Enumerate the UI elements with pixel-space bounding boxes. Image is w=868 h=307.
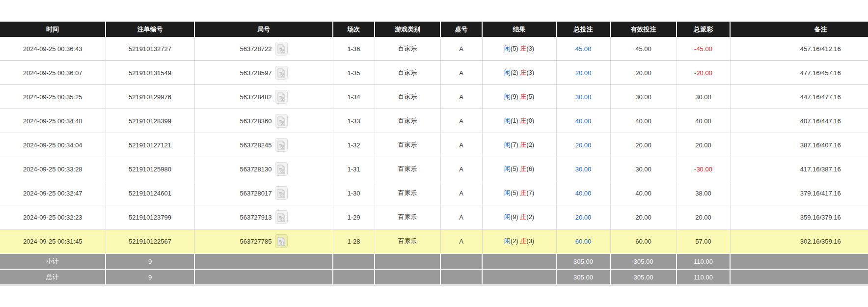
cell-remark: 359.16/379.16 [730,205,868,229]
table-bottom-border [0,285,868,286]
total-bet-amount: 40.00 [575,190,592,197]
video-replay-button[interactable] [275,186,288,200]
total-bet-amount: 40.00 [575,117,592,125]
cell-round-number: 563728597 [194,61,333,85]
cell-total-payout: 20.00 [677,205,730,229]
player-result-label: 闲 [504,189,511,196]
cell-bet-number: 521910129976 [106,85,194,109]
cell-session: 1-30 [333,181,375,205]
video-replay-button[interactable] [275,234,288,248]
total-payout-amount: 57.00 [695,238,711,245]
table-footer: 小计9305.00305.00110.00总计9305.00305.00110.… [0,253,868,284]
cell-game-type: 百家乐 [375,181,440,205]
cell-valid-bet: 20.00 [610,205,677,229]
table-row[interactable]: 2024-09-25 00:31:45521910122567563727785… [0,229,868,254]
cell-valid-bet: 20.00 [610,61,677,85]
cell-table-number: A [440,85,482,109]
cell-result: 闲(5) 庄(7) [482,181,556,205]
cell-table-number: A [440,61,482,85]
cell-time: 2024-09-25 00:36:07 [0,61,106,85]
cell-round-number: 563728130 [194,157,333,181]
cell-remark: 387.16/407.16 [730,133,868,157]
cell-valid-bet: 20.00 [610,133,677,157]
footer-total-game-type [375,269,440,284]
video-replay-button[interactable] [275,138,288,152]
column-header-time: 时间 [0,22,106,37]
banker-result-label: 庄 [520,165,526,172]
table-row[interactable]: 2024-09-25 00:34:04521910127121563728245… [0,133,868,157]
table-row[interactable]: 2024-09-25 00:33:28521910125980563728130… [0,157,868,181]
cell-round-number: 563727913 [194,205,333,229]
banker-result-label: 庄 [520,93,526,100]
cell-time: 2024-09-25 00:35:25 [0,85,106,109]
cell-total-bet: 20.00 [556,205,610,229]
video-icon [277,92,285,102]
total-payout-amount: 38.00 [695,190,711,197]
banker-result-score: (3) [526,45,534,52]
round-number: 563728597 [240,69,271,77]
cell-total-payout: 30.00 [677,85,730,109]
cell-total-bet: 60.00 [556,229,610,254]
banker-result-label: 庄 [520,117,526,124]
total-payout-amount: -20.00 [694,69,712,77]
cell-session: 1-32 [333,133,375,157]
video-icon [277,140,285,150]
cell-table-number: A [440,157,482,181]
table-row[interactable]: 2024-09-25 00:34:40521910128399563728360… [0,109,868,133]
video-replay-button[interactable] [275,162,288,176]
footer-total-table [440,269,482,284]
game-result: 闲(9) 庄(5) [504,93,534,100]
cell-round-number: 563728245 [194,133,333,157]
cell-game-type: 百家乐 [375,133,440,157]
video-replay-button[interactable] [275,114,288,128]
cell-total-bet: 45.00 [556,37,610,61]
video-icon [277,116,285,126]
footer-subtotal-valid-bet: 305.00 [610,253,677,269]
footer-row-total: 总计9305.00305.00110.00 [0,269,868,284]
cell-total-bet: 30.00 [556,85,610,109]
cell-total-payout: 20.00 [677,133,730,157]
total-payout-amount: 20.00 [695,141,711,149]
cell-table-number: A [440,181,482,205]
cell-result: 闲(2) 庄(3) [482,61,556,85]
cell-total-bet: 20.00 [556,61,610,85]
cell-total-payout: -20.00 [677,61,730,85]
cell-game-type: 百家乐 [375,229,440,254]
cell-session: 1-31 [333,157,375,181]
cell-bet-number: 521910122567 [106,229,194,254]
footer-total-result [482,269,556,284]
cell-time: 2024-09-25 00:33:28 [0,157,106,181]
total-bet-amount: 20.00 [575,214,592,221]
game-result: 闲(2) 庄(3) [504,69,534,76]
cell-valid-bet: 40.00 [610,109,677,133]
cell-result: 闲(5) 庄(3) [482,37,556,61]
cell-total-bet: 30.00 [556,157,610,181]
cell-result: 闲(5) 庄(6) [482,157,556,181]
cell-total-payout: -45.00 [677,37,730,61]
video-replay-button[interactable] [275,66,288,80]
cell-result: 闲(1) 庄(0) [482,109,556,133]
table-row[interactable]: 2024-09-25 00:32:47521910124601563728017… [0,181,868,205]
video-replay-button[interactable] [275,210,288,224]
table-row[interactable]: 2024-09-25 00:36:43521910132727563728722… [0,37,868,61]
banker-result-label: 庄 [520,237,526,245]
game-result: 闲(2) 庄(3) [504,237,534,245]
video-replay-button[interactable] [275,42,288,56]
footer-subtotal-table [440,253,482,269]
cell-time: 2024-09-25 00:34:40 [0,109,106,133]
table-row[interactable]: 2024-09-25 00:36:07521910131549563728597… [0,61,868,85]
total-payout-amount: -45.00 [694,45,712,53]
player-result-label: 闲 [504,213,511,221]
cell-bet-number: 521910123799 [106,205,194,229]
video-replay-button[interactable] [275,90,288,104]
cell-game-type: 百家乐 [375,205,440,229]
table-row[interactable]: 2024-09-25 00:35:25521910129976563728482… [0,85,868,109]
round-number: 563728722 [240,45,271,53]
round-number: 563728245 [240,141,271,149]
total-payout-amount: 20.00 [695,214,711,221]
table-row[interactable]: 2024-09-25 00:32:23521910123799563727913… [0,205,868,229]
column-header-round_no: 局号 [194,22,333,37]
cell-remark: 417.16/387.16 [730,157,868,181]
banker-result-label: 庄 [520,69,526,76]
footer-total-label: 总计 [0,269,106,284]
